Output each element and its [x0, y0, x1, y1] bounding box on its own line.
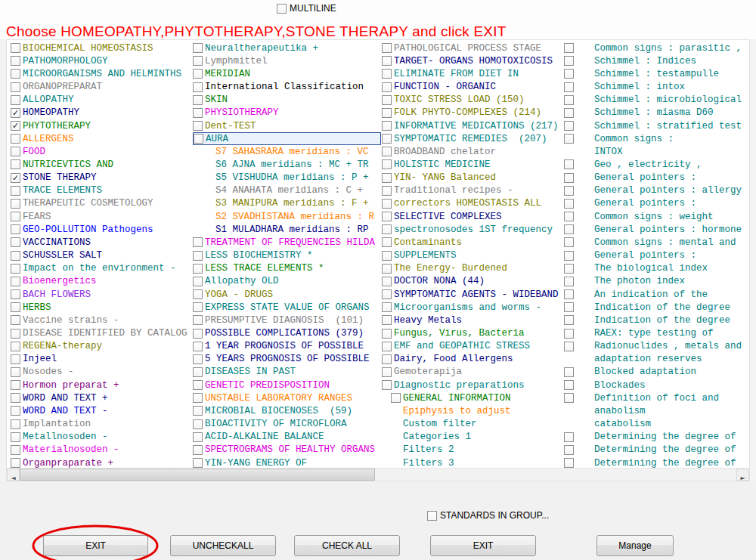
list-item-allopathy-old[interactable]: Allopathy OLD: [193, 275, 381, 288]
checkbox-acid-alkaline-balance[interactable]: [193, 432, 203, 442]
list-item-intox[interactable]: INTOX: [564, 145, 749, 158]
list-item-materialnosoden[interactable]: Materialnosoden -: [11, 444, 193, 456]
list-item-eliminate-from-diet-in[interactable]: ELIMINATE FROM DIET IN: [382, 67, 564, 80]
scrollbar-thumb[interactable]: [20, 469, 375, 481]
checkbox-diagnostic-preparations[interactable]: [382, 380, 392, 390]
checkbox-correctors-homeostasis-all[interactable]: [382, 199, 392, 209]
checkbox-vaccine-strains[interactable]: [11, 315, 20, 325]
list-item-pathomorphology[interactable]: PATHOMORPHOLOGY: [11, 54, 193, 67]
list-item-the-energy-burdened[interactable]: The Energy- Burdened: [382, 262, 564, 275]
list-item-an-indication-of-the[interactable]: An indication of the: [564, 288, 749, 301]
checkbox-schimmel-indices[interactable]: [564, 56, 574, 66]
checkbox-target-organs-homotoxicosis[interactable]: [382, 56, 392, 66]
checkbox-therapeutic-cosmetology[interactable]: [11, 199, 20, 209]
checkbox-geo-electricity[interactable]: [564, 159, 574, 169]
list-item-general-pointers-hormone[interactable]: General pointers : hormone: [564, 223, 749, 236]
checkbox-common-signs[interactable]: [564, 134, 574, 144]
checkbox-meridian[interactable]: [193, 69, 203, 79]
list-item-the-photon-index[interactable]: The photon index: [564, 275, 749, 288]
checked-checkbox-phytotherapy[interactable]: ✓: [11, 121, 20, 131]
checkbox-microbial-biocenoses-59[interactable]: [193, 406, 203, 416]
standards-in-group-checkbox[interactable]: [427, 511, 437, 521]
checkbox-aura[interactable]: [194, 134, 203, 144]
list-item-contaminants[interactable]: Contaminants: [382, 236, 564, 249]
list-item-allergens[interactable]: ALLERGENS: [11, 132, 193, 145]
checkbox-schimmel-testampulle[interactable]: [564, 69, 574, 79]
list-item-regena-therapy[interactable]: REGENA-therapy: [11, 340, 193, 353]
checkbox-impact-on-the-environment[interactable]: [11, 264, 20, 274]
checkbox-spectrograms-of-healthy-organs[interactable]: [193, 445, 203, 455]
uncheckall-button[interactable]: UNCHECKALL: [170, 535, 276, 556]
list-item-allopathy[interactable]: ALLOPATHY: [11, 94, 193, 107]
list-item-bioactivity-of-microflora[interactable]: BIOACTIVITY OF MICROFLORA: [193, 418, 381, 431]
checkbox-presumptive-diagnosis-101[interactable]: [193, 315, 203, 325]
checkbox-yoga-drugs[interactable]: [193, 289, 203, 299]
list-item-s2-svadhistana-meridians-r[interactable]: S2 SVADHISTANA meridians : R: [193, 210, 381, 223]
list-item-disease-identified-by-catalog[interactable]: DISEASE IDENTIFIED BY CATALOG: [11, 326, 193, 339]
checkbox-traditional-recipes[interactable]: [382, 186, 392, 196]
checkbox-organopreparat[interactable]: [11, 82, 20, 92]
checkbox-trace-elements[interactable]: [11, 186, 20, 196]
checkbox-common-signs-parasitic[interactable]: [564, 43, 574, 53]
list-item-less-trace-elements[interactable]: LESS TRACE ELEMENTS *: [193, 262, 381, 275]
checkbox-lymphmittel[interactable]: [193, 56, 203, 66]
list-item-diseases-in-past[interactable]: DISEASES IN PAST: [193, 366, 381, 379]
list-item-aura[interactable]: AURA: [193, 132, 381, 145]
checkbox-word-and-text[interactable]: [11, 393, 20, 403]
horizontal-scrollbar[interactable]: ◄ ►: [7, 468, 749, 481]
list-item-treatment-of-frequencies-hilda[interactable]: TREATMENT OF FREQUENCIES HILDA: [193, 236, 381, 249]
list-item-gemoterapija[interactable]: Gemoterapija: [382, 366, 564, 379]
list-item-microorganisms-and-worms[interactable]: Microorganisms and worms -: [382, 301, 564, 314]
list-item-stone-therapy[interactable]: ✓STONE THERAPY: [11, 172, 193, 184]
list-item-the-biological-index[interactable]: The biological index: [564, 262, 749, 275]
list-item-dent-test[interactable]: Dent-TEST: [193, 119, 381, 132]
checkbox-selective-complexes[interactable]: [382, 212, 392, 221]
list-item-spectrograms-of-healthy-organs[interactable]: SPECTROGRAMS OF HEALTHY ORGANS: [193, 444, 381, 456]
checkbox-holistic-medicine[interactable]: [382, 159, 392, 169]
checkbox-toxic-stress-load-150[interactable]: [382, 95, 392, 105]
checkbox-spectronosodes-1st-frequency[interactable]: [382, 224, 392, 234]
checkbox-microorganisms-and-helminths[interactable]: [11, 69, 20, 79]
checkbox-common-signs-mental-and[interactable]: [564, 237, 574, 247]
list-item-broadband-chelator[interactable]: BROADBAND chelator: [382, 145, 564, 158]
list-item-catabolism[interactable]: catabolism: [564, 418, 749, 431]
list-item-determining-the-degree-of[interactable]: Determining the degree of: [564, 431, 749, 444]
checkbox-biochemical-homeostasis[interactable]: [11, 43, 20, 53]
list-item-s4-anahata-meridians-c[interactable]: S4 ANAHATA meridians : C +: [193, 184, 381, 197]
checkbox-supplements[interactable]: [382, 251, 392, 261]
checkbox-fears[interactable]: [11, 212, 20, 221]
list-item-general-pointers-allergy[interactable]: General pointers : allergy: [564, 184, 749, 197]
list-item-phytotherapy[interactable]: ✓PHYTOTHERAPY: [11, 119, 193, 132]
list-item-traditional-recipes[interactable]: Traditional recipes -: [382, 184, 564, 197]
list-item-s5-vishudha-meridians-p[interactable]: S5 VISHUDHA meridians : P +: [193, 172, 381, 184]
checkbox-pathomorphology[interactable]: [11, 56, 20, 66]
list-item-radionuclides-metals-and[interactable]: Radionuclides , metals and: [564, 340, 749, 353]
checkbox-neuraltherapeutika[interactable]: [193, 43, 203, 53]
checked-checkbox-homeopathy[interactable]: ✓: [11, 108, 20, 118]
checkbox-allergens[interactable]: [11, 134, 20, 144]
list-item-filters-2[interactable]: Filters 2: [382, 444, 564, 456]
list-item-1-year-prognosis-of-possible[interactable]: 1 YEAR PROGNOSIS OF POSSIBLE: [193, 340, 381, 353]
scroll-right-button[interactable]: ►: [736, 469, 749, 481]
checkbox-bioenergetics[interactable]: [11, 277, 20, 286]
list-item-dairy-food-allergens[interactable]: Dairy, Food Allergens: [382, 353, 564, 366]
list-item-symptomatic-agents-wideband[interactable]: SYMPTOMATIC AGENTS - WIDEBAND: [382, 288, 564, 301]
list-item-geo-electricity[interactable]: Geo , electricity ,: [564, 158, 749, 171]
standards-in-group-option[interactable]: STANDARDS IN GROUP...: [427, 510, 549, 521]
checkbox-possible-complications-379[interactable]: [193, 329, 203, 339]
list-item-presumptive-diagnosis-101[interactable]: PRESUMPTIVE DIAGNOSIS (101): [193, 314, 381, 326]
list-item-fears[interactable]: FEARS: [11, 210, 193, 223]
checkbox-schimmel-miasma-d60[interactable]: [564, 108, 574, 118]
checkbox-express-state-value-of-organs[interactable]: [193, 302, 203, 312]
list-item-word-and-text[interactable]: WORD AND TEXT -: [11, 404, 193, 417]
list-item-possible-complications-379[interactable]: POSSIBLE COMPLICATIONS (379): [193, 326, 381, 339]
list-item-blockades[interactable]: Blockades: [564, 379, 749, 391]
list-item-vaccine-strains[interactable]: Vaccine strains -: [11, 314, 193, 326]
list-item-biochemical-homeostasis[interactable]: BIOCHEMICAL HOMEOSTASIS: [11, 42, 193, 54]
checkbox-dent-test[interactable]: [193, 121, 203, 131]
multiline-checkbox[interactable]: [277, 4, 287, 14]
list-item-meridian[interactable]: MERIDIAN: [193, 67, 381, 80]
checkbox-physiotherapy[interactable]: [193, 108, 203, 118]
exit-button-right[interactable]: EXIT: [430, 535, 536, 556]
list-item-food[interactable]: FOOD: [11, 145, 193, 158]
